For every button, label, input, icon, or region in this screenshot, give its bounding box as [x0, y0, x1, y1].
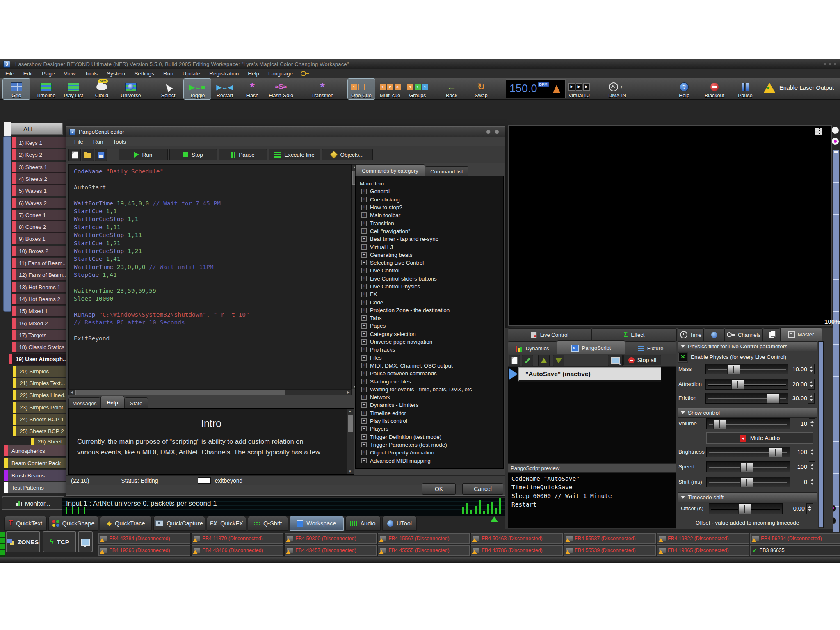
script-play-icon[interactable]	[509, 368, 518, 380]
sidebar-cue-item[interactable]: 12) Fans of Beam..	[12, 269, 66, 281]
menu-item-update[interactable]: Update	[178, 70, 205, 78]
tab-quicktrace[interactable]: ◆QuickTrace	[100, 516, 152, 531]
sidebar-cue-item[interactable]: 13) Hot Beams 1	[12, 282, 66, 293]
spin-up-icon[interactable]	[810, 381, 813, 383]
sidebar-cue-item[interactable]: 16) Mixed 2	[12, 318, 66, 329]
expand-triangle-icon[interactable]	[491, 516, 498, 522]
expand-plus-icon[interactable]: +	[361, 442, 367, 447]
editor-window-button[interactable]	[486, 130, 491, 134]
editor-menu-tools[interactable]: Tools	[108, 138, 131, 146]
fb4-device-cell[interactable]: FB4 50463 (Disconnected)	[471, 533, 563, 544]
tree-item[interactable]: +MIDI, DMX, Channel, OSC output	[360, 362, 503, 370]
spin-up-icon[interactable]	[810, 366, 813, 368]
slider-handle[interactable]	[713, 419, 726, 429]
fb4-device-cell[interactable]: FB4 43466 (Disconnected)	[192, 545, 283, 556]
tree-item[interactable]: +ProTracks	[360, 346, 503, 354]
tab-quickfx[interactable]: FXQuickFX	[207, 516, 246, 531]
spin-up-icon[interactable]	[808, 506, 811, 508]
save-script-button[interactable]	[95, 149, 107, 161]
tab-master[interactable]: Master	[780, 327, 822, 341]
fb4-device-cell[interactable]: FB4 15567 (Disconnected)	[378, 533, 470, 544]
editor-window-button[interactable]	[495, 130, 499, 134]
enable-physics-checkbox[interactable]: ×	[678, 353, 687, 362]
tab-audio[interactable]: Audio	[345, 516, 381, 531]
fb4-device-cell[interactable]: FB4 56294 (Disconnected)	[750, 533, 840, 544]
tree-item[interactable]: +Dynamics - Limiters	[360, 401, 503, 409]
tab-live-control[interactable]: Live Control	[508, 328, 591, 341]
expand-plus-icon[interactable]: +	[361, 228, 367, 234]
blackout-button[interactable]: Blackout	[700, 79, 729, 99]
spin-up-icon[interactable]	[810, 464, 814, 466]
tree-item[interactable]: +Code	[360, 298, 503, 306]
toggle-button[interactable]: ▶↔■Toggle	[184, 79, 211, 99]
timecode-section-header[interactable]: Timecode shift	[678, 492, 817, 502]
expand-plus-icon[interactable]: +	[361, 221, 367, 226]
tree-item[interactable]: +Beat timer - tap and re-sync	[360, 235, 503, 243]
cancel-button[interactable]: Cancel	[462, 483, 503, 495]
objects-button[interactable]: Objects...	[322, 149, 373, 160]
universe-button[interactable]: Universe	[117, 79, 144, 99]
expand-plus-icon[interactable]: +	[361, 434, 367, 440]
playlist-button[interactable]: Play List	[60, 79, 87, 99]
sidebar-cue-item[interactable]: 21) Simples Text...	[13, 378, 66, 389]
tree-item[interactable]: +Files	[360, 354, 503, 362]
tab-universe-page[interactable]	[704, 328, 724, 341]
fb4-device-cell[interactable]: FB4 43784 (Disconnected)	[98, 533, 190, 544]
sidebar-cue-item[interactable]: 25) Sheets BCP 2	[13, 426, 66, 437]
grid-button[interactable]: Grid	[3, 79, 30, 99]
monitor-button[interactable]: Monitor...	[2, 496, 65, 510]
expand-plus-icon[interactable]: +	[361, 244, 367, 250]
slider-handle[interactable]	[740, 477, 753, 487]
sidebar-cue-item[interactable]: 20) Simples	[13, 366, 66, 377]
groups-button[interactable]: 111Groups	[404, 79, 431, 99]
expand-plus-icon[interactable]: +	[361, 355, 367, 361]
tree-item[interactable]: +Pages	[360, 322, 503, 330]
tree-item[interactable]: +Cue clicking	[360, 196, 503, 203]
slider-spinner[interactable]	[809, 461, 815, 472]
menu-item-system[interactable]: System	[102, 70, 130, 78]
sidebar-cue-item[interactable]: 6) Waves 2	[12, 198, 66, 209]
slider-spinner[interactable]	[808, 393, 815, 404]
menu-item-page[interactable]: Page	[37, 70, 59, 78]
menu-item-edit[interactable]: Edit	[19, 70, 37, 78]
tab-channels[interactable]: Channels	[724, 328, 763, 341]
menu-item-tools[interactable]: Tools	[80, 70, 103, 78]
expand-plus-icon[interactable]: +	[361, 308, 367, 313]
spin-down-icon[interactable]	[810, 385, 813, 387]
fb4-device-cell[interactable]: FB4 43786 (Disconnected)	[471, 545, 563, 556]
slider-spinner[interactable]	[809, 477, 815, 487]
spin-up-icon[interactable]	[810, 479, 814, 481]
tree-item[interactable]: +Live Control Physics	[360, 283, 503, 290]
execute-line-button[interactable]: Execute line	[269, 149, 320, 160]
sidebar-cue-item[interactable]: 18) Classic Statics	[12, 342, 66, 353]
physics-section-header[interactable]: Physics filter for Live Control paramete…	[678, 341, 817, 351]
stop-all-button[interactable]: Stop all	[623, 355, 661, 365]
tree-item[interactable]: +Live Control sliders buttons	[360, 275, 503, 283]
script-monitor-button[interactable]	[608, 355, 623, 366]
expand-plus-icon[interactable]: +	[361, 418, 367, 424]
dmx-in-button[interactable]: ⇠DMX IN	[599, 79, 636, 99]
fb4-device-cell[interactable]: FB4 19322 (Disconnected)	[657, 533, 749, 544]
sidebar-category-item[interactable]: Test Patterns	[4, 482, 66, 493]
expand-plus-icon[interactable]: +	[361, 300, 367, 305]
mute-audio-button[interactable]: ◄Mute Audio	[706, 432, 813, 444]
fb4-device-cell[interactable]: FB4 19366 (Disconnected)	[98, 545, 190, 556]
script-list-item[interactable]: "AutoSave" (inactive)	[518, 367, 661, 382]
tab-help[interactable]: Help	[100, 396, 124, 409]
flash-solo-button[interactable]: ≈S≈Flash-Solo	[267, 79, 295, 99]
tree-item[interactable]: +Advanced MIDI mapping	[360, 457, 503, 464]
sidebar-cue-item[interactable]: 4) Sheets 2	[12, 173, 66, 185]
editor-menu-run[interactable]: Run	[88, 138, 108, 146]
sidebar-cue-item[interactable]: 14) Hot Beams 2	[12, 294, 66, 305]
tab-quickshape[interactable]: QuickShape	[48, 516, 98, 531]
slider-handle[interactable]	[731, 380, 744, 390]
sidebar-cue-item[interactable]: 17) Targets	[12, 330, 66, 341]
tree-item[interactable]: +Waiting for events - time, beats, DMX, …	[360, 386, 503, 393]
master-scrollbar[interactable]	[818, 341, 824, 528]
tab-utool[interactable]: UTool	[382, 516, 417, 531]
tab-pangoscript[interactable]: >_PangoScript	[557, 340, 625, 355]
sidebar-cue-item[interactable]: 22) Simples Lined..	[13, 390, 66, 401]
multi-cue-button[interactable]: 123Multi cue	[377, 79, 404, 99]
tab-quickcapture[interactable]: QuickCapture	[153, 516, 205, 531]
spin-down-icon[interactable]	[810, 425, 814, 427]
